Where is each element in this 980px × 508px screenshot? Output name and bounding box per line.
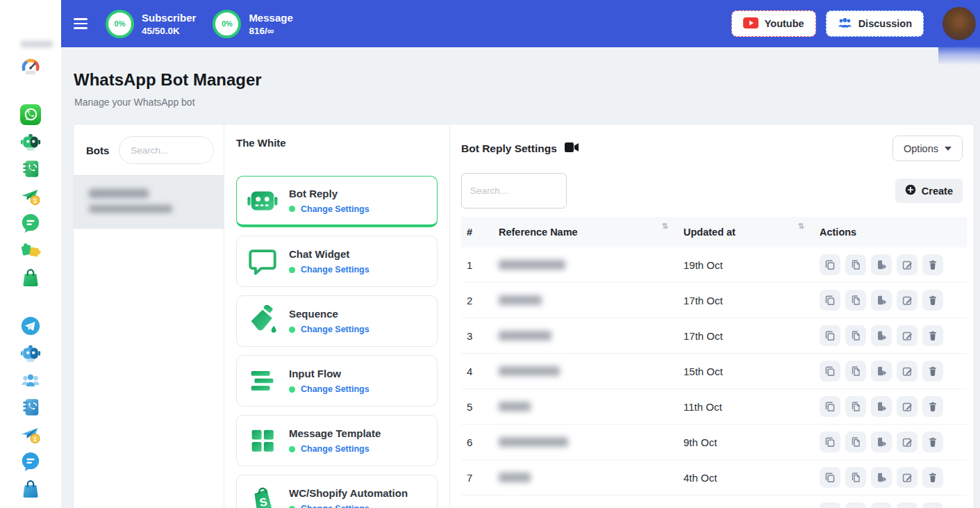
export-icon xyxy=(876,330,887,341)
updated-at-value: 4th Oct xyxy=(676,460,813,495)
telegram-contacts-icon[interactable] xyxy=(20,397,41,418)
copy-button[interactable] xyxy=(820,290,840,311)
change-settings-link[interactable]: Change Settings xyxy=(301,204,369,214)
discussion-button[interactable]: Discussion xyxy=(826,10,924,37)
whatsapp-bot-icon[interactable] xyxy=(20,131,41,152)
duplicate-button[interactable] xyxy=(845,254,866,275)
whatsapp-chat-icon[interactable] xyxy=(20,213,41,233)
subscriber-progress-ring: 0% xyxy=(106,10,134,38)
export-button[interactable] xyxy=(871,361,892,382)
delete-button[interactable] xyxy=(922,432,943,452)
feature-card-message-template[interactable]: Message TemplateChange Settings xyxy=(236,415,438,466)
copy-button[interactable] xyxy=(820,432,840,452)
table-search-input[interactable] xyxy=(461,173,567,208)
edit-button[interactable] xyxy=(897,502,917,508)
user-menu xyxy=(938,0,980,65)
edit-button[interactable] xyxy=(897,290,917,311)
discussion-label: Discussion xyxy=(858,18,912,29)
updated-at-value: 9th Oct xyxy=(676,425,813,460)
bot-list-item[interactable] xyxy=(74,175,224,229)
telegram-chat-icon[interactable] xyxy=(20,451,41,472)
change-settings-link[interactable]: Change Settings xyxy=(301,265,369,275)
export-button[interactable] xyxy=(871,396,892,417)
status-dot xyxy=(289,327,295,333)
table-row: 217th Oct xyxy=(461,283,967,318)
feature-name: Input Flow xyxy=(289,368,369,379)
youtube-button[interactable]: Youtube xyxy=(731,10,816,37)
feature-card-input-flow[interactable]: Input FlowChange Settings xyxy=(236,355,438,407)
edit-icon xyxy=(902,401,913,412)
updated-at-value: 19th Oct xyxy=(676,247,813,283)
video-tutorial-icon[interactable] xyxy=(565,142,579,155)
copy-button[interactable] xyxy=(820,502,840,508)
sort-icon[interactable]: ⇅ xyxy=(662,222,668,231)
export-button[interactable] xyxy=(871,432,892,452)
delete-button[interactable] xyxy=(922,254,943,275)
delete-button[interactable] xyxy=(922,361,943,382)
copy-button[interactable] xyxy=(820,396,840,417)
reference-name-redacted xyxy=(492,460,676,495)
telegram-shop-icon[interactable] xyxy=(20,478,41,499)
copy-button[interactable] xyxy=(820,254,840,275)
duplicate-button[interactable] xyxy=(845,502,866,508)
whatsapp-contacts-icon[interactable] xyxy=(20,158,41,179)
edit-button[interactable] xyxy=(897,396,917,417)
delete-icon xyxy=(927,472,938,483)
change-settings-link[interactable]: Change Settings xyxy=(301,504,369,508)
edit-button[interactable] xyxy=(897,254,917,275)
hamburger-menu-icon[interactable] xyxy=(74,15,89,31)
change-settings-link[interactable]: Change Settings xyxy=(301,325,369,334)
export-button[interactable] xyxy=(871,290,892,311)
duplicate-button[interactable] xyxy=(845,361,866,382)
duplicate-button[interactable] xyxy=(845,325,866,346)
updated-at-value: 11th Oct xyxy=(676,389,813,425)
export-button[interactable] xyxy=(871,254,892,275)
edit-button[interactable] xyxy=(897,361,917,382)
duplicate-button[interactable] xyxy=(845,290,866,311)
feature-card-bot-reply[interactable]: Bot ReplyChange Settings xyxy=(236,176,438,227)
whatsapp-shop-icon[interactable] xyxy=(20,267,41,288)
export-button[interactable] xyxy=(871,325,892,346)
edit-icon xyxy=(902,259,913,270)
edit-button[interactable] xyxy=(897,432,917,452)
create-button[interactable]: Create xyxy=(895,179,963,203)
telegram-icon[interactable] xyxy=(20,316,41,336)
feature-card-sequence[interactable]: SequenceChange Settings xyxy=(236,295,438,347)
delete-button[interactable] xyxy=(922,290,943,311)
reference-name-redacted xyxy=(492,425,676,460)
telegram-group-icon[interactable] xyxy=(20,370,41,391)
options-button[interactable]: Options xyxy=(892,136,963,161)
whatsapp-integration-icon[interactable] xyxy=(20,240,41,261)
copy-button[interactable] xyxy=(820,361,840,382)
delete-button[interactable] xyxy=(922,467,943,488)
feature-card-chat-widget[interactable]: Chat WidgetChange Settings xyxy=(236,236,438,287)
copy-button[interactable] xyxy=(820,325,840,346)
avatar[interactable] xyxy=(942,7,976,40)
top-bar: 0% Subscriber 45/50.0K 0% Message 816/∞ … xyxy=(61,0,980,47)
delete-button[interactable] xyxy=(922,396,943,417)
copy-button[interactable] xyxy=(820,467,840,488)
change-settings-link[interactable]: Change Settings xyxy=(301,444,369,454)
edit-button[interactable] xyxy=(897,467,917,488)
telegram-bot-icon[interactable] xyxy=(20,343,41,363)
duplicate-button[interactable] xyxy=(845,467,866,488)
duplicate-button[interactable] xyxy=(845,432,866,452)
change-settings-link[interactable]: Change Settings xyxy=(301,384,369,394)
export-button[interactable] xyxy=(871,467,892,488)
delete-button[interactable] xyxy=(922,502,943,508)
edit-button[interactable] xyxy=(897,325,917,346)
whatsapp-icon[interactable] xyxy=(20,104,41,125)
export-button[interactable] xyxy=(871,502,892,508)
duplicate-button[interactable] xyxy=(845,396,866,417)
whatsapp-broadcast-icon[interactable]: 1 xyxy=(20,186,41,206)
feature-card-shopify[interactable]: SWC/Shopify AutomationChange Settings xyxy=(236,475,438,508)
sort-icon[interactable]: ⇅ xyxy=(798,222,804,231)
status-dot xyxy=(289,267,295,273)
telegram-broadcast-icon[interactable]: 1 xyxy=(20,424,41,445)
bots-search-input[interactable] xyxy=(119,136,214,164)
row-actions xyxy=(820,290,960,311)
app-logo xyxy=(21,41,53,47)
dashboard-icon[interactable] xyxy=(20,56,41,76)
copy-icon xyxy=(824,401,836,412)
delete-button[interactable] xyxy=(922,325,943,346)
